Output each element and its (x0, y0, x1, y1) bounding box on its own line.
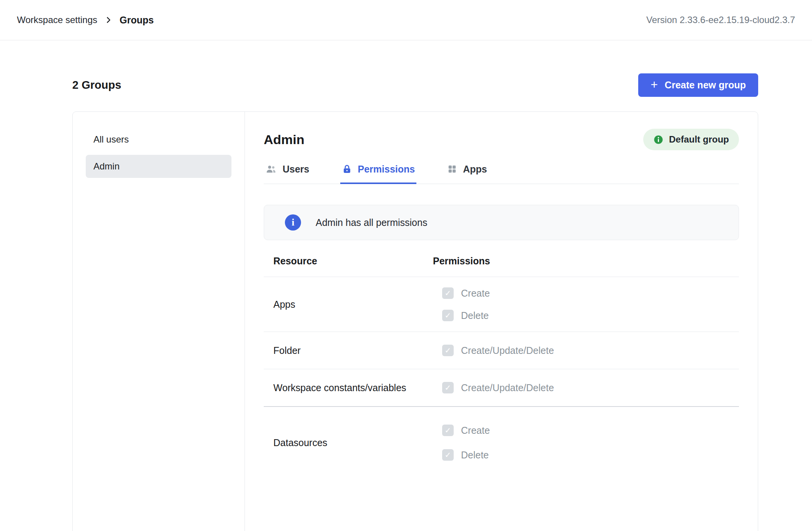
permission-label: Create/Update/Delete (461, 382, 554, 393)
groups-count-label: 2 Groups (72, 79, 121, 91)
group-detail-header: Admin Default group (264, 129, 739, 150)
permission-label: Create (461, 288, 490, 299)
workspace-settings-screen: Workspace settings Groups Version 2.33.6… (0, 0, 812, 531)
permissions-cell: ✓ Create/Update/Delete (442, 332, 739, 369)
create-new-group-button[interactable]: + Create new group (638, 73, 758, 97)
permission-item: ✓ Create/Update/Delete (442, 382, 739, 393)
checkbox-workspace-constants-cud[interactable]: ✓ (442, 382, 454, 393)
sidebar-item-label: All users (93, 134, 129, 145)
tab-users-label: Users (283, 164, 309, 175)
permissions-cell: ✓ Create/Update/Delete (442, 369, 739, 406)
permission-item: ✓ Create (442, 425, 739, 436)
sidebar-item-label: Admin (93, 161, 120, 172)
blue-info-icon: i (285, 214, 301, 231)
resource-label: Folder (264, 345, 433, 356)
permissions-column-header: Permissions (433, 256, 739, 267)
permissions-cell: ✓ Create ✓ Delete (442, 277, 739, 332)
permission-item: ✓ Delete (442, 449, 739, 461)
check-icon: ✓ (445, 347, 451, 354)
permissions-cell: ✓ Create ✓ Delete (442, 407, 739, 478)
tab-users[interactable]: Users (264, 163, 311, 184)
tab-apps[interactable]: Apps (446, 163, 489, 184)
permissions-info-banner: i Admin has all permissions (264, 205, 739, 240)
group-title: Admin (264, 132, 304, 147)
permission-item: ✓ Create (442, 287, 739, 299)
sidebar-item-all-users[interactable]: All users (86, 128, 231, 151)
permission-label: Create (461, 425, 490, 436)
breadcrumb-workspace-settings[interactable]: Workspace settings (17, 15, 97, 25)
permission-item: ✓ Delete (442, 310, 739, 321)
checkbox-folder-cud[interactable]: ✓ (442, 345, 454, 356)
sidebar-item-admin[interactable]: Admin (86, 155, 231, 178)
permissions-table-header: Resource Permissions (264, 241, 739, 277)
permissions-table: Resource Permissions Apps ✓ Create (264, 241, 739, 478)
main-content: 2 Groups + Create new group All users Ad… (0, 73, 812, 531)
check-icon: ✓ (445, 451, 451, 459)
permission-item: ✓ Create/Update/Delete (442, 345, 739, 356)
default-group-label: Default group (669, 134, 729, 145)
tab-permissions-label: Permissions (358, 164, 415, 175)
groups-sidebar: All users Admin (73, 112, 245, 531)
green-info-icon (653, 134, 664, 145)
create-new-group-label: Create new group (665, 80, 746, 91)
check-icon: ✓ (445, 384, 451, 392)
checkbox-datasources-create[interactable]: ✓ (442, 425, 454, 436)
top-header: Workspace settings Groups Version 2.33.6… (0, 0, 812, 40)
resource-label: Datasources (264, 437, 433, 448)
check-icon: ✓ (445, 426, 451, 434)
groups-toolbar: 2 Groups + Create new group (72, 73, 758, 97)
table-row-workspace-constants: Workspace constants/variables ✓ Create/U… (264, 369, 739, 407)
lock-icon (342, 164, 352, 174)
groups-card: All users Admin Admin (72, 111, 758, 531)
group-tabs: Users Permissions (264, 163, 739, 184)
plus-icon: + (651, 78, 658, 91)
version-label: Version 2.33.6-ee2.15.19-cloud2.3.7 (646, 15, 795, 25)
permission-label: Delete (461, 450, 489, 461)
apps-grid-icon (447, 164, 457, 174)
checkbox-apps-create[interactable]: ✓ (442, 287, 454, 299)
permission-label: Create/Update/Delete (461, 345, 554, 356)
users-icon (265, 163, 277, 175)
permission-label: Delete (461, 310, 489, 321)
check-icon: ✓ (445, 312, 451, 319)
resource-label: Apps (264, 299, 433, 310)
table-row-apps: Apps ✓ Create ✓ (264, 277, 739, 332)
tab-apps-label: Apps (463, 164, 487, 175)
table-row-folder: Folder ✓ Create/Update/Delete (264, 332, 739, 369)
group-detail-panel: Admin Default group (245, 112, 758, 531)
checkbox-apps-delete[interactable]: ✓ (442, 310, 454, 321)
breadcrumb: Workspace settings Groups (17, 15, 154, 26)
resource-label: Workspace constants/variables (264, 382, 433, 393)
table-row-datasources: Datasources ✓ Create ✓ (264, 407, 739, 478)
chevron-right-icon (104, 16, 113, 24)
breadcrumb-groups: Groups (120, 15, 154, 26)
default-group-badge: Default group (643, 129, 739, 150)
resource-column-header: Resource (264, 256, 433, 267)
checkbox-datasources-delete[interactable]: ✓ (442, 449, 454, 461)
tab-permissions[interactable]: Permissions (340, 163, 417, 184)
check-icon: ✓ (445, 289, 451, 297)
permissions-info-text: Admin has all permissions (316, 217, 427, 228)
